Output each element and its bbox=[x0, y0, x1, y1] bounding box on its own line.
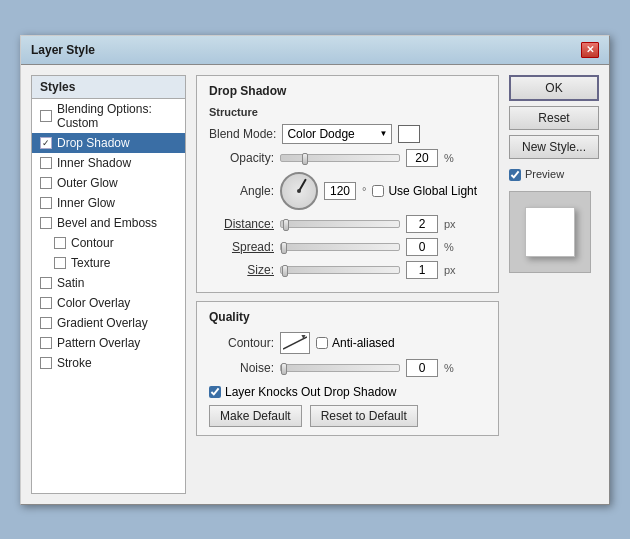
layer-style-dialog: Layer Style ✕ Styles Blending Options: C… bbox=[20, 35, 610, 505]
size-unit: px bbox=[444, 264, 456, 276]
stroke-checkbox[interactable] bbox=[40, 357, 52, 369]
drop-shadow-checkbox[interactable] bbox=[40, 137, 52, 149]
quality-title: Quality bbox=[209, 310, 486, 324]
sidebar-item-bevel-emboss[interactable]: Bevel and Emboss bbox=[32, 213, 185, 233]
center-panel: Drop Shadow Structure Blend Mode: Color … bbox=[196, 75, 499, 494]
noise-unit: % bbox=[444, 362, 454, 374]
opacity-slider-thumb[interactable] bbox=[302, 153, 308, 165]
drop-shadow-label: Drop Shadow bbox=[57, 136, 130, 150]
sidebar-item-drop-shadow[interactable]: Drop Shadow bbox=[32, 133, 185, 153]
sidebar-item-gradient-overlay[interactable]: Gradient Overlay bbox=[32, 313, 185, 333]
preview-area bbox=[509, 191, 591, 273]
noise-slider-thumb[interactable] bbox=[281, 363, 287, 375]
noise-input[interactable] bbox=[406, 359, 438, 377]
size-slider-thumb[interactable] bbox=[282, 265, 288, 277]
sidebar-item-satin[interactable]: Satin bbox=[32, 273, 185, 293]
bevel-emboss-label: Bevel and Emboss bbox=[57, 216, 157, 230]
outer-glow-label: Outer Glow bbox=[57, 176, 118, 190]
blending-options-label: Blending Options: Custom bbox=[57, 102, 177, 130]
noise-slider[interactable] bbox=[280, 364, 400, 372]
drop-shadow-section: Drop Shadow Structure Blend Mode: Color … bbox=[196, 75, 499, 293]
noise-row: Noise: % bbox=[209, 359, 486, 377]
blend-mode-dropdown[interactable]: Color Dodge bbox=[282, 124, 392, 144]
size-label[interactable]: Size: bbox=[209, 263, 274, 277]
sidebar-item-inner-glow[interactable]: Inner Glow bbox=[32, 193, 185, 213]
use-global-light-label[interactable]: Use Global Light bbox=[372, 184, 477, 198]
opacity-unit: % bbox=[444, 152, 454, 164]
opacity-input[interactable] bbox=[406, 149, 438, 167]
blend-mode-label: Blend Mode: bbox=[209, 127, 276, 141]
distance-slider[interactable] bbox=[280, 220, 400, 228]
contour-thumbnail[interactable]: ▼ bbox=[280, 332, 310, 354]
sidebar-item-stroke[interactable]: Stroke bbox=[32, 353, 185, 373]
title-bar: Layer Style ✕ bbox=[21, 36, 609, 65]
layer-knocks-row: Layer Knocks Out Drop Shadow bbox=[209, 385, 486, 399]
anti-alias-checkbox[interactable] bbox=[316, 337, 328, 349]
texture-label: Texture bbox=[71, 256, 110, 270]
sidebar-item-blending-options[interactable]: Blending Options: Custom bbox=[32, 99, 185, 133]
spread-input[interactable] bbox=[406, 238, 438, 256]
spread-row: Spread: % bbox=[209, 238, 486, 256]
angle-row: Angle: ° Use Global Light bbox=[209, 172, 486, 210]
use-global-light-checkbox[interactable] bbox=[372, 185, 384, 197]
angle-dial[interactable] bbox=[280, 172, 318, 210]
size-slider[interactable] bbox=[280, 266, 400, 274]
size-row: Size: px bbox=[209, 261, 486, 279]
gradient-overlay-label: Gradient Overlay bbox=[57, 316, 148, 330]
color-overlay-checkbox[interactable] bbox=[40, 297, 52, 309]
sidebar-item-contour[interactable]: Contour bbox=[32, 233, 185, 253]
spread-slider[interactable] bbox=[280, 243, 400, 251]
spread-slider-thumb[interactable] bbox=[281, 242, 287, 254]
drop-shadow-section-title: Drop Shadow bbox=[209, 84, 486, 98]
styles-header: Styles bbox=[32, 76, 185, 99]
make-default-button[interactable]: Make Default bbox=[209, 405, 302, 427]
pattern-overlay-checkbox[interactable] bbox=[40, 337, 52, 349]
distance-unit: px bbox=[444, 218, 456, 230]
inner-shadow-label: Inner Shadow bbox=[57, 156, 131, 170]
angle-input[interactable] bbox=[324, 182, 356, 200]
distance-row: Distance: px bbox=[209, 215, 486, 233]
inner-glow-label: Inner Glow bbox=[57, 196, 115, 210]
spread-unit: % bbox=[444, 241, 454, 253]
distance-label[interactable]: Distance: bbox=[209, 217, 274, 231]
close-button[interactable]: ✕ bbox=[581, 42, 599, 58]
reset-to-default-button[interactable]: Reset to Default bbox=[310, 405, 418, 427]
anti-alias-label[interactable]: Anti-aliased bbox=[316, 336, 395, 350]
satin-checkbox[interactable] bbox=[40, 277, 52, 289]
sidebar-item-color-overlay[interactable]: Color Overlay bbox=[32, 293, 185, 313]
sidebar-item-inner-shadow[interactable]: Inner Shadow bbox=[32, 153, 185, 173]
bottom-buttons: Make Default Reset to Default bbox=[209, 405, 486, 427]
reset-button[interactable]: Reset bbox=[509, 106, 599, 130]
stroke-label: Stroke bbox=[57, 356, 92, 370]
layer-knocks-checkbox[interactable] bbox=[209, 386, 221, 398]
right-panel: OK Reset New Style... Preview bbox=[509, 75, 599, 494]
preview-row: Preview bbox=[509, 168, 599, 183]
ok-button[interactable]: OK bbox=[509, 75, 599, 101]
opacity-slider[interactable] bbox=[280, 154, 400, 162]
distance-input[interactable] bbox=[406, 215, 438, 233]
dialog-title: Layer Style bbox=[31, 43, 95, 57]
blending-options-checkbox[interactable] bbox=[40, 110, 52, 122]
bevel-emboss-checkbox[interactable] bbox=[40, 217, 52, 229]
sidebar-item-texture[interactable]: Texture bbox=[32, 253, 185, 273]
noise-label: Noise: bbox=[209, 361, 274, 375]
outer-glow-checkbox[interactable] bbox=[40, 177, 52, 189]
contour-label: Contour bbox=[71, 236, 114, 250]
blend-mode-color-swatch[interactable] bbox=[398, 125, 420, 143]
sidebar-item-outer-glow[interactable]: Outer Glow bbox=[32, 173, 185, 193]
sidebar-item-pattern-overlay[interactable]: Pattern Overlay bbox=[32, 333, 185, 353]
gradient-overlay-checkbox[interactable] bbox=[40, 317, 52, 329]
use-global-light-text: Use Global Light bbox=[388, 184, 477, 198]
angle-unit: ° bbox=[362, 185, 366, 197]
texture-checkbox[interactable] bbox=[54, 257, 66, 269]
contour-checkbox[interactable] bbox=[54, 237, 66, 249]
inner-shadow-checkbox[interactable] bbox=[40, 157, 52, 169]
new-style-button[interactable]: New Style... bbox=[509, 135, 599, 159]
size-input[interactable] bbox=[406, 261, 438, 279]
inner-glow-checkbox[interactable] bbox=[40, 197, 52, 209]
distance-slider-thumb[interactable] bbox=[283, 219, 289, 231]
dial-dot bbox=[297, 189, 301, 193]
preview-checkbox[interactable] bbox=[509, 169, 521, 181]
spread-label[interactable]: Spread: bbox=[209, 240, 274, 254]
angle-label: Angle: bbox=[209, 184, 274, 198]
